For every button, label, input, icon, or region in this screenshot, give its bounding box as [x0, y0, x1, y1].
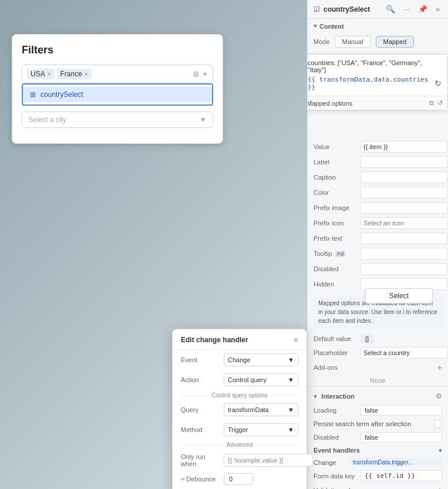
dialog-only-run-label: Only run when: [181, 453, 219, 467]
dialog-query-row: Query transformData ▼: [173, 400, 306, 420]
prop-value-input[interactable]: [361, 141, 447, 153]
prop-value-label: Value: [314, 143, 361, 150]
city-filter-row: Select a city ▼: [22, 112, 213, 128]
chevron-down-icon[interactable]: ▼: [202, 71, 208, 77]
change-event-item[interactable]: Change transformData.trigger...: [308, 456, 448, 468]
prop-caption-input[interactable]: [361, 171, 447, 183]
country-filter-row: USA × France × ⊗ ▼ ⊞ countrySelect: [22, 65, 213, 83]
loading-value[interactable]: false: [361, 405, 442, 416]
validation-rules-row: Validation rules +: [308, 483, 448, 489]
component-icon: ⊞: [29, 90, 37, 99]
prop-disabled-label: Disabled: [314, 265, 361, 272]
prop-prefix-icon: Prefix icon: [308, 215, 448, 231]
disabled-prop-row: Disabled false: [308, 430, 448, 444]
tag-france: France ×: [57, 69, 92, 79]
dialog-query-label: Query: [181, 406, 219, 413]
dialog-close-btn[interactable]: ×: [294, 335, 298, 345]
component-checkbox[interactable]: ☑: [314, 5, 320, 14]
default-value-chip[interactable]: []: [361, 334, 373, 343]
prop-prefix-image-input[interactable]: [361, 202, 447, 214]
tag-usa-close[interactable]: ×: [48, 71, 51, 77]
suggestion-country-select[interactable]: ⊞ countrySelect: [23, 87, 212, 102]
reset-icon[interactable]: ↺: [437, 99, 443, 107]
prop-color-label: Color: [314, 189, 361, 196]
prop-tooltip: Tooltip Pill: [308, 246, 448, 261]
dialog-action-select[interactable]: Control query ▼: [224, 373, 298, 386]
prop-disabled: Disabled: [308, 261, 448, 276]
prop-prefix-image-label: Prefix image: [314, 204, 361, 211]
properties-container: Value Label Caption Color Prefix image P…: [308, 139, 448, 489]
select-button-container: Select: [365, 288, 433, 303]
dialog-debounce-label: ≈ Debounce: [181, 475, 219, 483]
event-handlers-row: Event handlers +: [308, 444, 448, 456]
placeholder-row: Placeholder: [308, 345, 448, 360]
dialog-event-label: Event: [181, 356, 219, 363]
prop-caption-label: Caption: [314, 174, 361, 181]
mapped-data-box: countries: ["USA", "France", "Germany", …: [307, 54, 448, 110]
prop-disabled-input[interactable]: [361, 263, 447, 275]
refresh-btn[interactable]: ↻: [434, 79, 442, 88]
content-section-header: ▾ Content: [308, 19, 448, 33]
country-multi-select[interactable]: USA × France × ⊗ ▼: [22, 65, 213, 83]
dialog-method-label: Method: [181, 426, 219, 433]
dialog-query-select[interactable]: transformData ▼: [224, 403, 298, 416]
dialog-action-chevron: ▼: [288, 376, 294, 383]
city-select[interactable]: Select a city ▼: [22, 112, 213, 128]
dialog-action-row: Action Control query ▼: [173, 370, 306, 390]
persist-search-checkbox[interactable]: [434, 420, 442, 428]
interaction-settings-icon[interactable]: ⚙: [436, 392, 442, 400]
event-handlers-plus[interactable]: +: [439, 447, 442, 454]
prop-prefix-text-input[interactable]: [361, 232, 447, 244]
right-panel: ☑ countrySelect 🔍 ··· 📌 » ▾ Content Mode…: [307, 0, 448, 489]
copy-icon[interactable]: ⧉: [429, 99, 434, 107]
form-data-key-row: Form data key {{ self.id }}: [308, 468, 448, 483]
prop-caption: Caption: [308, 170, 448, 185]
dialog-method-select[interactable]: Trigger ▼: [224, 423, 298, 436]
validation-plus-icon[interactable]: +: [437, 485, 442, 489]
prop-prefix-icon-input[interactable]: [361, 217, 448, 229]
more-icon[interactable]: ···: [401, 4, 412, 15]
prop-tooltip-label: Tooltip Pill: [314, 250, 361, 257]
dialog-event-chevron: ▼: [288, 356, 294, 363]
interaction-collapse-icon[interactable]: ▾: [314, 392, 317, 400]
search-icon[interactable]: 🔍: [383, 4, 398, 15]
tag-france-close[interactable]: ×: [85, 71, 88, 77]
change-event-name: Change: [314, 459, 346, 466]
dialog-title: Edit change handler: [181, 336, 248, 344]
clear-input-icon[interactable]: ⊗: [193, 69, 200, 79]
filters-widget: Filters USA × France × ⊗ ▼ ⊞ countrySele…: [12, 34, 223, 144]
prop-color-input[interactable]: [361, 187, 447, 198]
disabled-prop-value[interactable]: false: [361, 432, 442, 443]
expand-icon[interactable]: »: [433, 4, 442, 15]
city-chevron-icon: ▼: [200, 116, 207, 124]
dialog-only-run-input[interactable]: [224, 454, 313, 467]
prop-prefix-image: Prefix image: [308, 200, 448, 215]
placeholder-input[interactable]: [361, 347, 447, 359]
collapse-arrow-icon[interactable]: ▾: [314, 22, 317, 30]
prop-tooltip-input[interactable]: [361, 248, 447, 259]
mode-manual-btn[interactable]: Manual: [335, 36, 371, 48]
edit-change-handler-dialog: Edit change handler × Event Change ▼ Act…: [172, 329, 307, 489]
prop-prefix-text-label: Prefix text: [314, 235, 361, 242]
addons-row: Add-ons +: [308, 360, 448, 375]
dialog-control-query-divider: Control query options: [173, 390, 306, 400]
dialog-query-chevron: ▼: [288, 406, 294, 413]
dialog-debounce-input[interactable]: [224, 473, 253, 485]
form-data-key-value[interactable]: {{ self.id }}: [361, 470, 442, 481]
addons-plus-icon[interactable]: +: [437, 363, 442, 372]
prop-hidden-label: Hidden: [314, 281, 361, 288]
prop-label-label: Label: [314, 158, 361, 166]
prop-label-row: Label: [308, 154, 448, 170]
prop-prefix-text: Prefix text: [308, 231, 448, 246]
prop-label-input[interactable]: [361, 156, 447, 168]
loading-label: Loading: [314, 407, 361, 414]
pin-icon[interactable]: 📌: [416, 4, 430, 15]
dialog-event-row: Event Change ▼: [173, 350, 306, 370]
mode-mapped-btn[interactable]: Mapped: [376, 36, 415, 48]
mapped-data-code: countries: ["USA", "France", "Germany", …: [307, 55, 447, 96]
default-value-label: Default value: [314, 335, 361, 342]
dialog-debounce-row: ≈ Debounce: [173, 471, 306, 487]
dialog-event-select[interactable]: Change ▼: [224, 353, 298, 366]
persist-search-row: Persist search term after selection: [308, 417, 448, 430]
select-button[interactable]: Select: [365, 288, 433, 303]
